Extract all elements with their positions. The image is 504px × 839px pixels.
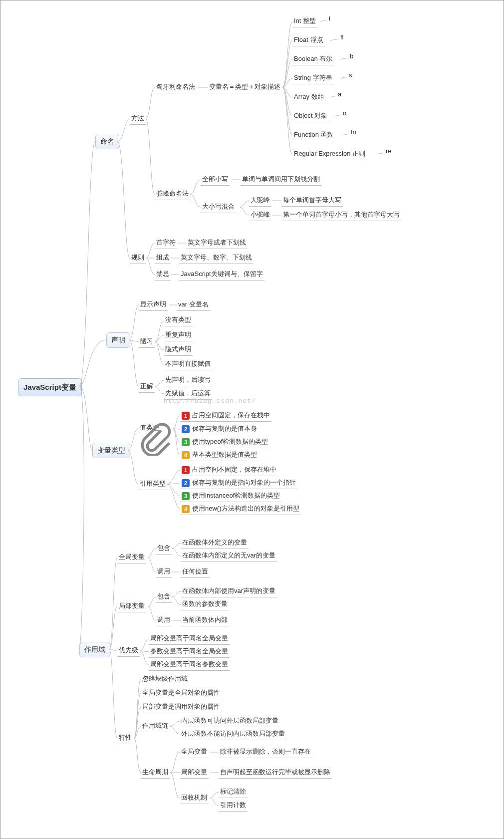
hungarian-node[interactable]: 匈牙利命名法 [155, 81, 197, 93]
v-d: 4基本类型数据是值类型 [180, 449, 258, 461]
scope-g-c-b: 在函数体内部定义的无var的变量 [181, 550, 277, 562]
hungarian-rule: 变量名＝类型＋对象描述 [208, 81, 282, 93]
scope-t-a: 忽略块级作用域 [141, 673, 189, 685]
declare-explicit-desc: var 变量名 [177, 299, 210, 311]
scope-g-call-a: 任何位置 [181, 566, 210, 578]
rule-first-desc: 英文字母或者下划线 [186, 237, 248, 249]
vartype-value[interactable]: 值类型 [138, 422, 172, 434]
scope-l-call-a: 当前函数体内部 [181, 614, 229, 626]
scope-life-gc-a: 标记清除 [219, 786, 248, 798]
scope-life-gc-b: 引用计数 [219, 800, 248, 812]
scope-life[interactable]: 生命周期 [141, 767, 170, 779]
v-b: 2保存与复制的是值本身 [180, 423, 258, 435]
scope-l-contain[interactable]: 包含 [156, 591, 172, 603]
scope-life-g[interactable]: 全局变量 [180, 746, 209, 758]
camel-mix[interactable]: 大小写混合 [201, 201, 236, 213]
scope-g-call[interactable]: 调用 [156, 566, 172, 578]
r-b: 2保存与复制的是指向对象的一个指针 [180, 477, 297, 489]
type-object: Object 对象 [292, 110, 329, 122]
v-a: 1占用空间固定，保存在栈中 [180, 410, 271, 422]
scope-chain-a: 内层函数可访问外层函数局部变量 [180, 715, 280, 727]
camel-lower-desc: 单词与单词间用下划线分割 [241, 174, 321, 186]
scope-life-g-d: 除非被显示删除，否则一直存在 [219, 746, 312, 758]
camel-big[interactable]: 大驼峰 [249, 195, 271, 207]
vartype-ref[interactable]: 引用类型 [138, 478, 167, 490]
rule-compose-desc: 英文字母、数字、下划线 [179, 252, 253, 264]
scope-chain-b: 外层函数不能访问内层函数局部变量 [180, 728, 286, 740]
scope-life-l-d: 自声明起至函数运行完毕或被显示删除 [219, 767, 332, 779]
scope-local[interactable]: 局部变量 [117, 600, 146, 612]
scope-t-c: 局部变量是调用对象的属性 [141, 701, 222, 713]
type-float-code: fl [339, 32, 345, 43]
scope-p-a: 局部变量高于同名全局变量 [149, 633, 230, 645]
scope-node[interactable]: 作用域 [79, 642, 110, 657]
type-bool-code: b [348, 51, 355, 62]
scope-l-c-a: 在函数体内部使用var声明的变量 [181, 585, 277, 597]
scope-life-gc[interactable]: 回收机制 [180, 792, 209, 804]
declare-node[interactable]: 声明 [106, 332, 130, 348]
declare-good-a: 先声明，后读写 [164, 374, 212, 386]
rule-first[interactable]: 首字符 [155, 237, 177, 249]
scope-p-b: 参数变量高于同名全局变量 [149, 646, 230, 658]
type-regex-code: re [384, 146, 393, 157]
vartype-node[interactable]: 变量类型 [92, 443, 130, 458]
type-function-code: fn [349, 127, 358, 138]
type-array: Array 数组 [292, 91, 326, 103]
scope-t-b: 全局变量是全局对象的属性 [141, 687, 222, 699]
declare-bad-c: 隐式声明 [164, 344, 193, 356]
rule-forbid[interactable]: 禁忌 [155, 269, 171, 280]
watermark: http://blog.csdn.net/ [164, 397, 256, 405]
type-int: Int 整型 [292, 15, 317, 27]
type-array-code: a [336, 89, 343, 100]
v-c: 3使用typeof检测数据的类型 [180, 436, 269, 448]
type-bool: Boolean 布尔 [292, 53, 334, 65]
method-node[interactable]: 方法 [130, 113, 146, 125]
camel-node[interactable]: 驼峰命名法 [155, 188, 190, 200]
scope-p-c: 局部变量高于同名参数变量 [149, 659, 230, 671]
scope-l-c-b: 函数的参数变量 [181, 598, 229, 610]
declare-good[interactable]: 正解 [139, 381, 155, 393]
declare-bad-d: 不声明直接赋值 [164, 358, 212, 370]
camel-small-desc: 第一个单词首字母小写，其他首字母大写 [281, 209, 401, 221]
rule-compose[interactable]: 组成 [155, 252, 171, 264]
rule-forbid-desc: JavaScript关键词与、保留字 [179, 269, 264, 280]
rule-node[interactable]: 规则 [130, 252, 146, 264]
camel-big-desc: 每个单词首字母大写 [281, 195, 343, 207]
r-c: 3使用instanceof检测数据的类型 [180, 490, 281, 502]
scope-life-l[interactable]: 局部变量 [180, 767, 209, 779]
scope-priority[interactable]: 优先级 [117, 645, 140, 657]
declare-bad[interactable]: 陋习 [139, 336, 155, 348]
scope-l-call[interactable]: 调用 [156, 614, 172, 626]
type-string: String 字符串 [292, 72, 334, 84]
r-d: 4使用new()方法构造出的对象是引用型 [180, 503, 301, 515]
naming-node[interactable]: 命名 [95, 134, 119, 149]
type-float: Float 浮点 [292, 34, 325, 46]
type-object-code: o [341, 108, 348, 119]
scope-trait[interactable]: 特性 [117, 732, 133, 744]
root-node[interactable]: JavaScript变量 [18, 378, 82, 396]
camel-lower[interactable]: 全部小写 [201, 174, 230, 186]
r-a: 1占用空间不固定，保存在堆中 [180, 464, 278, 476]
camel-small[interactable]: 小驼峰 [249, 209, 271, 221]
scope-g-contain[interactable]: 包含 [156, 543, 172, 555]
declare-explicit[interactable]: 显示声明 [139, 299, 168, 311]
scope-global[interactable]: 全局变量 [117, 552, 146, 563]
type-regex: Regular Expression 正则 [292, 148, 367, 160]
attachment-icon [163, 425, 170, 432]
type-int-code: i [327, 13, 332, 24]
type-string-code: s [347, 70, 354, 81]
declare-bad-b: 重复声明 [164, 329, 193, 341]
type-function: Function 函数 [292, 129, 335, 141]
declare-bad-a: 没有类型 [164, 314, 193, 326]
scope-g-c-a: 在函数体外定义的变量 [181, 537, 249, 549]
scope-chain[interactable]: 作用域链 [141, 720, 170, 732]
